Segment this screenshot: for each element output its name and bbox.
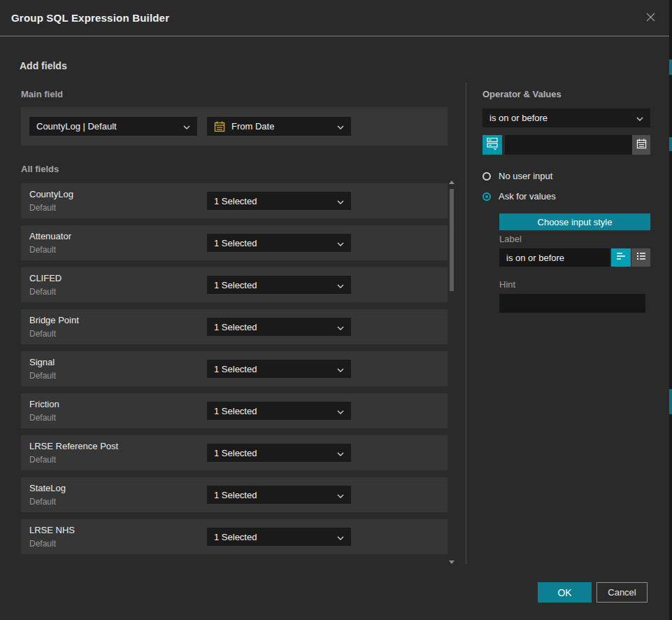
radio-circle-checked[interactable] [482, 192, 491, 201]
chevron-down-icon [337, 322, 344, 332]
values-select[interactable]: 1 Selected [207, 360, 351, 378]
scrollbar[interactable] [449, 181, 455, 564]
field-row: LRSE NHS Default 1 Selected [21, 519, 448, 554]
field-source: Default [29, 539, 56, 549]
values-select[interactable]: 1 Selected [207, 444, 351, 462]
values-select-value: 1 Selected [214, 532, 257, 542]
chevron-down-icon [337, 280, 344, 290]
main-field-select[interactable]: From Date [207, 117, 351, 136]
field-source: Default [29, 371, 56, 381]
chevron-down-icon [337, 490, 344, 500]
field-source: Default [29, 203, 56, 213]
title-bar: Group SQL Expression Builder [0, 0, 669, 36]
radio-circle[interactable] [482, 172, 491, 181]
field-name: Signal [29, 357, 55, 367]
list-input-style-button[interactable] [631, 248, 650, 267]
field-source: Default [29, 497, 56, 507]
label-caption: Label [499, 234, 522, 244]
field-name: StateLog [29, 483, 66, 493]
main-field-label: Main field [21, 89, 63, 99]
operator-select-value: is on or before [489, 113, 548, 123]
field-source: Default [29, 455, 56, 465]
main-field-select-value: From Date [231, 121, 274, 132]
values-select[interactable]: 1 Selected [207, 486, 351, 504]
values-select-value: 1 Selected [214, 238, 257, 248]
edge-fragment [669, 389, 672, 414]
choose-input-style-button[interactable]: Choose input style [499, 213, 650, 230]
chevron-down-icon [636, 113, 643, 123]
radio-label: No user input [499, 171, 552, 181]
scroll-down-arrow-icon[interactable] [449, 561, 455, 564]
values-select[interactable]: 1 Selected [207, 318, 351, 336]
values-select-value: 1 Selected [214, 322, 257, 332]
calendar-icon [636, 139, 647, 152]
field-row: Attenuator Default 1 Selected [21, 225, 448, 260]
field-row: StateLog Default 1 Selected [21, 477, 448, 512]
chevron-down-icon [337, 196, 344, 206]
field-row: LRSE Reference Post Default 1 Selected [21, 435, 448, 470]
values-select-value: 1 Selected [214, 196, 257, 206]
group-sql-expression-builder-dialog: Group SQL Expression Builder Add fields … [0, 0, 672, 620]
chevron-down-icon [337, 121, 344, 132]
layer-select[interactable]: CountyLog | Default [29, 117, 197, 136]
close-icon [645, 12, 656, 25]
field-source: Default [29, 329, 56, 339]
edge-fragment [669, 59, 672, 75]
operator-select[interactable]: is on or before [482, 108, 650, 127]
values-select[interactable]: 1 Selected [207, 276, 351, 294]
field-name: CountyLog [29, 189, 73, 199]
scrollbar-thumb[interactable] [450, 189, 454, 291]
field-name: LRSE NHS [29, 525, 75, 535]
field-source: Default [29, 413, 56, 423]
field-row: Friction Default 1 Selected [21, 393, 448, 428]
chevron-down-icon [337, 532, 344, 542]
unique-values-button[interactable] [482, 135, 502, 155]
page-title: Group SQL Expression Builder [11, 0, 169, 36]
unique-values-icon [486, 136, 499, 153]
field-source: Default [29, 287, 56, 297]
chevron-down-icon [337, 406, 344, 416]
values-select-value: 1 Selected [214, 280, 257, 290]
values-select[interactable]: 1 Selected [207, 402, 351, 420]
field-row: Signal Default 1 Selected [21, 351, 448, 386]
edge-fragment [669, 137, 672, 151]
cancel-button[interactable]: Cancel [596, 582, 648, 603]
operator-values-heading: Operator & Values [482, 89, 562, 99]
radio-ask-for-values[interactable]: Ask for values [482, 191, 556, 202]
field-row: Bridge Point Default 1 Selected [21, 309, 448, 344]
bulleted-list-icon [636, 251, 647, 264]
close-button[interactable] [641, 9, 659, 27]
single-line-input-style-button[interactable] [611, 248, 631, 267]
layer-select-value: CountyLog | Default [36, 121, 117, 132]
all-fields-list: CountyLog Default 1 Selected Attenuator … [21, 183, 448, 561]
date-picker-button[interactable] [632, 135, 650, 155]
ok-button[interactable]: OK [538, 582, 592, 603]
values-select[interactable]: 1 Selected [207, 528, 351, 546]
field-row: CLIFED Default 1 Selected [21, 267, 448, 302]
main-field-panel: CountyLog | Default From Date [21, 107, 448, 146]
all-fields-label: All fields [21, 164, 59, 174]
panel-divider [466, 83, 466, 564]
values-select-value: 1 Selected [214, 448, 257, 458]
values-select[interactable]: 1 Selected [207, 192, 351, 210]
field-name: CLIFED [29, 273, 62, 283]
align-left-icon [615, 251, 627, 264]
values-select-value: 1 Selected [214, 364, 257, 374]
calendar-icon [214, 121, 225, 132]
radio-label: Ask for values [499, 191, 556, 202]
hint-caption: Hint [499, 279, 515, 290]
value-input[interactable] [505, 135, 632, 155]
field-row: CountyLog Default 1 Selected [21, 183, 448, 218]
add-fields-heading: Add fields [20, 60, 67, 71]
background-edge-strip [669, 0, 672, 620]
hint-input[interactable] [499, 294, 645, 313]
values-select[interactable]: 1 Selected [207, 234, 351, 252]
chevron-down-icon [337, 238, 344, 248]
field-name: Attenuator [29, 231, 71, 241]
field-source: Default [29, 245, 56, 255]
label-input[interactable] [499, 248, 610, 267]
radio-no-user-input[interactable]: No user input [482, 171, 552, 181]
field-name: Friction [29, 399, 59, 409]
scroll-up-arrow-icon[interactable] [449, 181, 455, 184]
field-name: LRSE Reference Post [29, 441, 118, 451]
